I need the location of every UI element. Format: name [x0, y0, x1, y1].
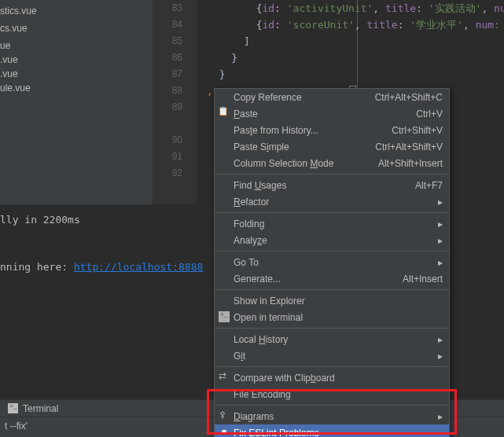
context-menu: Copy Reference Ctrl+Alt+Shift+C Paste Ct…: [214, 88, 450, 437]
chevron-right-icon: ▸: [438, 411, 443, 422]
paste-icon: [219, 108, 230, 119]
shortcut-label: Ctrl+Alt+Shift+C: [375, 92, 443, 103]
menu-git[interactable]: Git ▸: [215, 347, 449, 364]
eslint-icon: [219, 427, 230, 437]
line-number: [153, 116, 182, 132]
code-line[interactable]: ]: [207, 33, 504, 50]
status-text: t --fix': [5, 420, 28, 431]
line-number: 91: [153, 149, 182, 165]
shortcut-label: Ctrl+V: [416, 108, 443, 119]
line-number: 87: [153, 66, 182, 83]
terminal-tab[interactable]: Terminal: [0, 400, 66, 417]
menu-paste[interactable]: Paste Ctrl+V: [215, 105, 449, 122]
file-tree-item[interactable]: .vue: [0, 53, 153, 67]
chevron-right-icon: ▸: [438, 218, 443, 230]
file-tree-item[interactable]: .vue: [0, 67, 153, 81]
menu-find-usages[interactable]: Find Usages Alt+F7: [215, 177, 449, 193]
terminal-icon: [219, 311, 230, 322]
menu-refactor[interactable]: Refactor ▸: [215, 193, 449, 210]
line-number: 85: [153, 33, 182, 50]
file-tree-item[interactable]: ule.vue: [0, 81, 153, 95]
shortcut-label: Alt+Shift+Insert: [378, 158, 443, 169]
file-tree-item[interactable]: cs.vue: [0, 21, 153, 35]
menu-compare-clipboard[interactable]: Compare with Clipboard: [215, 369, 449, 386]
menu-fix-eslint[interactable]: Fix ESLint Problems: [215, 424, 449, 437]
menu-file-encoding[interactable]: File Encoding: [215, 386, 449, 402]
menu-analyze[interactable]: Analyze ▸: [215, 232, 449, 248]
menu-folding[interactable]: Folding ▸: [215, 215, 449, 232]
chevron-right-icon: ▸: [438, 235, 443, 246]
line-number: 84: [153, 17, 182, 33]
line-number: 86: [153, 50, 182, 66]
menu-separator: [215, 212, 449, 213]
menu-copy-reference[interactable]: Copy Reference Ctrl+Alt+Shift+C: [215, 89, 449, 105]
menu-diagrams[interactable]: Diagrams ▸: [215, 408, 449, 424]
code-line[interactable]: {id: 'activityUnit', title: '实践活动', num:…: [207, 0, 504, 17]
shortcut-label: Alt+F7: [415, 180, 443, 191]
menu-column-selection[interactable]: Column Selection Mode Alt+Shift+Insert: [215, 155, 449, 171]
chevron-right-icon: ▸: [438, 257, 443, 268]
line-number: 92: [153, 165, 182, 182]
menu-goto[interactable]: Go To ▸: [215, 254, 449, 270]
diagram-icon: [219, 410, 230, 421]
menu-separator: [215, 405, 449, 406]
compare-icon: [219, 372, 230, 383]
shortcut-label: Alt+Insert: [403, 274, 443, 285]
shortcut-label: Ctrl+Shift+V: [392, 125, 443, 136]
line-number: 90: [153, 132, 182, 149]
terminal-link[interactable]: http://localhost:8888: [74, 261, 203, 273]
line-number: 89: [153, 99, 182, 116]
file-tree: stics.vue cs.vue ue .vue .vue ule.vue: [0, 0, 153, 204]
code-line[interactable]: }: [207, 66, 504, 83]
shortcut-label: Ctrl+Alt+Shift+V: [375, 141, 443, 152]
menu-show-explorer[interactable]: Show in Explorer: [215, 292, 449, 309]
chevron-right-icon: ▸: [438, 196, 443, 207]
chevron-right-icon: ▸: [438, 334, 443, 345]
menu-open-terminal[interactable]: Open in terminal: [215, 309, 449, 325]
menu-separator: [215, 289, 449, 290]
line-number: 83: [153, 0, 182, 17]
menu-local-history[interactable]: Local History ▸: [215, 331, 449, 347]
menu-separator: [215, 251, 449, 252]
menu-separator: [215, 366, 449, 367]
terminal-tab-label: Terminal: [23, 403, 58, 414]
code-line[interactable]: {id: 'scoreUnit', title: '学业水平', num: '8…: [207, 17, 504, 33]
code-line[interactable]: }: [207, 50, 504, 66]
line-number: 88: [153, 83, 182, 99]
file-tree-item[interactable]: stics.vue: [0, 4, 153, 18]
menu-separator: [215, 174, 449, 174]
chevron-right-icon: ▸: [438, 351, 443, 362]
menu-paste-simple[interactable]: Paste Simple Ctrl+Alt+Shift+V: [215, 138, 449, 155]
menu-separator: [215, 328, 449, 329]
menu-paste-history[interactable]: Paste from History... Ctrl+Shift+V: [215, 122, 449, 138]
menu-generate[interactable]: Generate... Alt+Insert: [215, 270, 449, 287]
file-tree-item[interactable]: ue: [0, 39, 153, 53]
gutter: 83 84 85 86 87 88 89 90 91 92: [153, 0, 197, 204]
terminal-icon: [8, 403, 18, 413]
